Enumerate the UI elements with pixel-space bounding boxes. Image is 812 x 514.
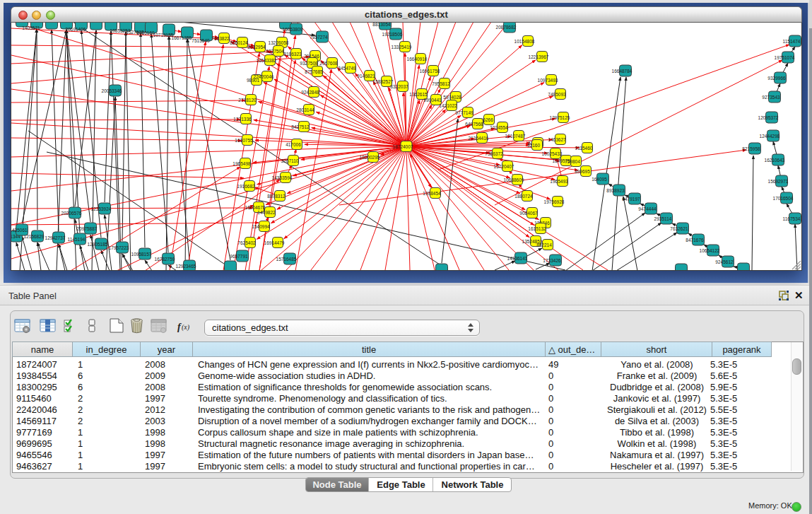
- svg-text:9327508: 9327508: [300, 61, 318, 66]
- svg-text:14353594: 14353594: [272, 175, 293, 180]
- svg-text:417006: 417006: [286, 142, 301, 147]
- svg-text:9657791: 9657791: [230, 254, 248, 259]
- svg-text:9242848: 9242848: [301, 90, 319, 95]
- svg-text:7955812: 7955812: [432, 81, 450, 86]
- svg-text:13226058: 13226058: [269, 40, 289, 45]
- svg-text:8660124: 8660124: [230, 40, 248, 45]
- svg-text:16648784: 16648784: [612, 69, 632, 74]
- svg-text:9245612: 9245612: [715, 259, 734, 264]
- svg-text:16961758: 16961758: [420, 69, 440, 74]
- svg-text:9273543: 9273543: [762, 95, 780, 100]
- svg-text:16543382: 16543382: [257, 58, 277, 63]
- svg-text:1024554: 1024554: [490, 125, 508, 130]
- svg-text:12213967: 12213967: [529, 54, 549, 59]
- svg-text:7515540: 7515540: [192, 38, 210, 43]
- svg-text:9146821: 9146821: [357, 74, 375, 78]
- svg-text:62160: 62160: [527, 143, 540, 148]
- svg-text:9115460: 9115460: [575, 146, 593, 151]
- svg-text:1615132: 1615132: [528, 226, 546, 231]
- svg-text:1221336: 1221336: [233, 117, 252, 122]
- svg-text:2967608: 2967608: [319, 61, 338, 66]
- svg-text:8912954: 8912954: [247, 45, 266, 49]
- svg-text:1362615: 1362615: [409, 92, 428, 97]
- svg-text:1916682: 1916682: [237, 184, 255, 189]
- svg-text:164095: 164095: [592, 177, 607, 182]
- svg-text:2803144: 2803144: [296, 107, 314, 112]
- svg-text:1145194: 1145194: [68, 237, 86, 242]
- svg-text:8757685: 8757685: [305, 69, 323, 74]
- svg-text:7625402: 7625402: [237, 240, 256, 245]
- svg-text:1435061: 1435061: [11, 228, 28, 233]
- svg-text:9327504: 9327504: [266, 49, 284, 54]
- svg-text:6466160: 6466160: [136, 30, 155, 35]
- svg-text:6497568: 6497568: [465, 122, 483, 127]
- svg-text:18300295: 18300295: [360, 155, 380, 160]
- svg-text:10025433: 10025433: [542, 151, 563, 156]
- svg-text:9084067: 9084067: [519, 211, 538, 216]
- svg-text:1449822: 1449822: [257, 210, 276, 215]
- svg-text:7386372: 7386372: [485, 151, 503, 156]
- svg-text:9777149: 9777149: [455, 110, 473, 115]
- svg-text:20975887: 20975887: [77, 226, 98, 231]
- svg-text:19751074: 19751074: [775, 55, 795, 60]
- svg-text:2935114: 2935114: [654, 216, 672, 221]
- svg-text:1938454: 1938454: [423, 191, 441, 196]
- svg-text:16210643: 16210643: [765, 158, 785, 163]
- svg-text:17957223: 17957223: [109, 245, 129, 250]
- svg-text:13325419: 13325419: [392, 45, 412, 49]
- svg-text:12942737: 12942737: [45, 235, 66, 240]
- svg-text:7857274: 7857274: [310, 35, 328, 40]
- svg-text:1463627: 1463627: [548, 137, 566, 142]
- svg-text:1965493: 1965493: [550, 179, 568, 184]
- svg-text:10654122: 10654122: [700, 248, 720, 253]
- svg-text:15692971: 15692971: [768, 179, 789, 184]
- svg-text:12923465: 12923465: [176, 264, 196, 269]
- svg-text:9474444: 9474444: [638, 206, 657, 211]
- svg-text:899695: 899695: [575, 169, 590, 174]
- svg-text:10688609: 10688609: [504, 177, 524, 182]
- svg-text:10719155: 10719155: [153, 33, 174, 37]
- svg-text:2718120: 2718120: [238, 98, 257, 103]
- svg-text:10973493: 10973493: [538, 78, 558, 83]
- svg-text:16914479: 16914479: [264, 240, 285, 245]
- svg-text:16671355: 16671355: [172, 35, 192, 40]
- svg-text:6479197: 6479197: [622, 197, 640, 201]
- svg-text:20878682: 20878682: [496, 25, 517, 30]
- svg-text:7663822: 7663822: [211, 36, 230, 41]
- svg-text:20206576: 20206576: [61, 211, 82, 216]
- svg-text:10958157: 10958157: [131, 252, 152, 257]
- svg-text:1421022: 1421022: [439, 103, 457, 108]
- svg-text:22420046: 22420046: [254, 74, 274, 79]
- svg-text:12095372: 12095372: [758, 115, 779, 120]
- svg-text:10107487: 10107487: [505, 134, 526, 139]
- svg-text:16004678: 16004678: [245, 205, 266, 210]
- svg-text:14136141: 14136141: [507, 256, 528, 261]
- svg-text:(x): (x): [182, 323, 190, 332]
- svg-text:20691406: 20691406: [66, 27, 86, 32]
- svg-text:759804: 759804: [565, 159, 580, 164]
- svg-text:10154808: 10154808: [514, 39, 535, 44]
- svg-text:1405571: 1405571: [22, 25, 40, 30]
- svg-text:1880724: 1880724: [514, 194, 533, 199]
- svg-text:19756928: 19756928: [544, 199, 565, 204]
- svg-text:15882527: 15882527: [373, 79, 394, 84]
- svg-text:1965498: 1965498: [233, 161, 251, 166]
- svg-text:9329966: 9329966: [767, 76, 786, 81]
- svg-text:8454749: 8454749: [338, 66, 356, 71]
- svg-text:12975125: 12975125: [550, 115, 570, 120]
- svg-text:19218506: 19218506: [382, 32, 403, 37]
- svg-text:852214: 852214: [536, 243, 552, 247]
- svg-text:21364416: 21364416: [469, 136, 489, 141]
- svg-text:1733426: 1733426: [543, 258, 561, 263]
- svg-text:12353924: 12353924: [91, 206, 112, 211]
- svg-text:20053346: 20053346: [102, 88, 122, 93]
- svg-text:15720407: 15720407: [494, 164, 514, 169]
- svg-text:16053809: 16053809: [283, 27, 303, 32]
- svg-text:1167534: 1167534: [783, 216, 801, 221]
- svg-text:8471676: 8471676: [686, 238, 704, 243]
- svg-text:9990441: 9990441: [423, 98, 442, 103]
- svg-text:8215958: 8215958: [742, 146, 760, 151]
- svg-text:17016504: 17016504: [773, 196, 794, 201]
- svg-text:16640910: 16640910: [407, 57, 428, 62]
- svg-text:8878312: 8878312: [267, 194, 286, 199]
